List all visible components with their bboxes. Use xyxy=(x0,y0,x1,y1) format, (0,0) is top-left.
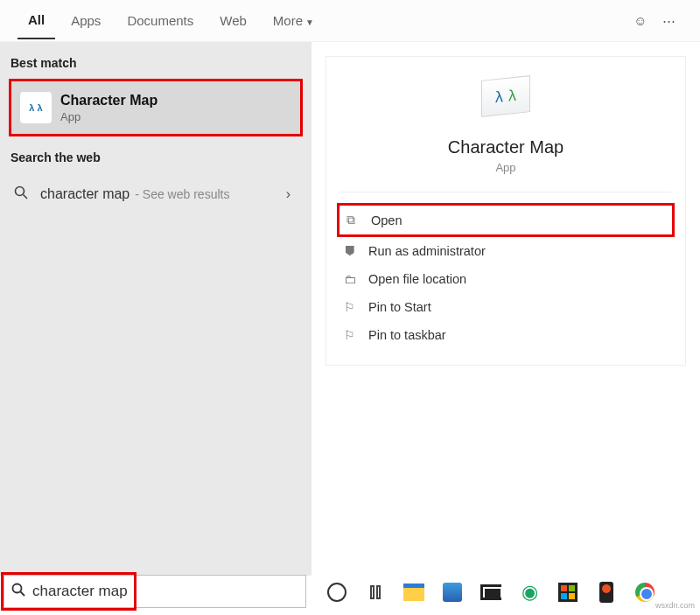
pin-taskbar-label: Pin to taskbar xyxy=(368,328,446,342)
open-label: Open xyxy=(371,213,402,227)
watermark: wsxdn.com xyxy=(655,601,695,610)
search-input[interactable] xyxy=(32,583,298,600)
pin-icon: ⚐ xyxy=(344,328,368,342)
detail-subtitle: App xyxy=(326,161,685,174)
chrome-icon[interactable] xyxy=(634,581,656,604)
folder-icon: 🗀 xyxy=(344,272,368,286)
tab-web[interactable]: Web xyxy=(209,3,257,38)
pin-start-label: Pin to Start xyxy=(368,300,431,314)
svg-point-0 xyxy=(16,187,24,196)
best-match-result[interactable]: λ λ Character Map App xyxy=(9,79,303,136)
app-large-icon: λλ xyxy=(474,78,537,127)
tab-all[interactable]: All xyxy=(18,2,55,39)
pin-to-start-button[interactable]: ⚐ Pin to Start xyxy=(337,293,675,321)
chevron-right-icon[interactable]: › xyxy=(286,186,298,202)
best-match-title: Character Map xyxy=(60,93,158,108)
taskbar: ◉ xyxy=(315,575,696,610)
more-options-icon[interactable]: ⋯ xyxy=(654,13,682,29)
edge-icon[interactable]: ◉ xyxy=(518,581,541,604)
tab-documents[interactable]: Documents xyxy=(116,3,204,38)
admin-label: Run as administrator xyxy=(368,244,486,258)
svg-point-2 xyxy=(13,584,22,593)
character-map-icon: λ λ xyxy=(20,92,52,123)
tab-apps[interactable]: Apps xyxy=(60,3,111,38)
feedback-icon[interactable]: ☺ xyxy=(626,13,654,28)
filter-tabs: All Apps Documents Web More▼ ☺ ⋯ xyxy=(0,0,700,42)
microsoft-store-icon[interactable] xyxy=(556,581,579,604)
search-icon xyxy=(11,583,25,600)
figma-icon[interactable] xyxy=(595,581,618,604)
file-explorer-icon[interactable] xyxy=(402,581,425,604)
task-view-icon[interactable] xyxy=(364,581,387,604)
action-list: ⧉ Open ⛊ Run as administrator 🗀 Open fil… xyxy=(326,192,685,365)
chevron-down-icon: ▼ xyxy=(305,17,314,27)
detail-title: Character Map xyxy=(326,137,685,157)
run-as-admin-button[interactable]: ⛊ Run as administrator xyxy=(337,237,675,265)
search-icon xyxy=(14,185,32,203)
open-file-location-button[interactable]: 🗀 Open file location xyxy=(337,265,675,293)
pin-icon: ⚐ xyxy=(344,300,368,314)
admin-shield-icon: ⛊ xyxy=(344,244,368,258)
pin-to-taskbar-button[interactable]: ⚐ Pin to taskbar xyxy=(337,321,675,349)
word-icon[interactable] xyxy=(441,581,464,604)
search-web-label: Search the web xyxy=(0,136,312,173)
web-query-text: character map xyxy=(40,186,130,202)
search-box[interactable] xyxy=(4,575,306,608)
results-panel: Best match λ λ Character Map App Search … xyxy=(0,42,312,576)
tab-more[interactable]: More▼ xyxy=(262,3,325,38)
open-button[interactable]: ⧉ Open xyxy=(337,203,675,237)
location-label: Open file location xyxy=(368,272,466,286)
mail-icon[interactable] xyxy=(480,581,502,604)
web-hint-text: - See web results xyxy=(135,187,229,201)
detail-panel: λλ Character Map App ⧉ Open ⛊ Run as adm… xyxy=(312,42,700,576)
best-match-label: Best match xyxy=(0,42,312,79)
svg-line-1 xyxy=(24,195,28,199)
web-result[interactable]: character map - See web results › xyxy=(0,173,312,215)
svg-line-3 xyxy=(21,592,25,597)
cortana-icon[interactable] xyxy=(326,581,348,604)
open-icon: ⧉ xyxy=(346,213,371,227)
best-match-subtitle: App xyxy=(60,110,158,123)
